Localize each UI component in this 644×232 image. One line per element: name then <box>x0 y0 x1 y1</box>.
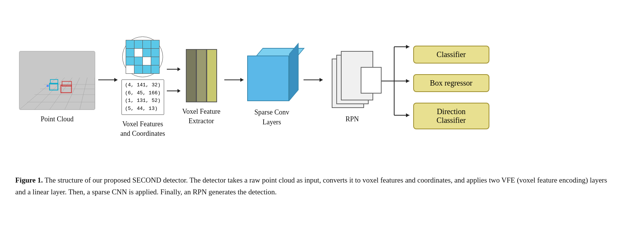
output-section: Classifier Box regressor DirectionClassi… <box>379 28 489 148</box>
vfe-component: Voxel Feature Extractor <box>182 49 220 126</box>
vfe-stack <box>186 49 217 102</box>
voxel-features-component: (4, 141, 32) (6, 45, 166) (1, 131, 52) (… <box>120 37 165 139</box>
coord-2: (6, 45, 166) <box>125 89 161 97</box>
rpn-component: RPN <box>329 51 375 124</box>
voxel-container: (4, 141, 32) (6, 45, 166) (1, 131, 52) (… <box>121 37 164 115</box>
caption-bold: Figure 1. <box>15 176 43 184</box>
svg-marker-22 <box>406 79 409 83</box>
output-direction-classifier: DirectionClassifier <box>413 103 489 129</box>
svg-marker-24 <box>406 113 409 117</box>
vfe-bar-2 <box>196 49 207 102</box>
rpn-page-1 <box>341 51 373 100</box>
vfe-bar-1 <box>186 49 197 102</box>
rpn-label: RPN <box>345 114 359 124</box>
sparse-conv-component: Sparse Conv Layers <box>247 48 297 127</box>
point-cloud-label: Point Cloud <box>41 114 74 124</box>
vfe-bar-3 <box>206 49 217 102</box>
arrow-3 <box>224 79 243 80</box>
branch-arrows-svg <box>379 28 409 134</box>
svg-marker-20 <box>406 45 409 49</box>
voxel-grid-table <box>126 40 160 74</box>
sparse-cube <box>247 48 297 103</box>
arrow-1 <box>98 79 117 80</box>
svg-point-16 <box>46 85 49 87</box>
coord-4: (5, 44, 13) <box>125 105 161 113</box>
caption-text: The structure of our proposed SECOND det… <box>15 176 607 196</box>
diagram-area: Point Cloud <box>11 8 633 167</box>
figure-caption: Figure 1. The structure of our proposed … <box>11 174 621 198</box>
vfe-label: Voxel Feature Extractor <box>182 107 220 126</box>
arrow-2a <box>167 69 180 70</box>
output-box-regressor: Box regressor <box>413 74 489 92</box>
double-arrow <box>167 69 180 91</box>
output-boxes: Classifier Box regressor DirectionClassi… <box>413 46 489 129</box>
arrow-line-4 <box>304 79 323 80</box>
rpn-inner-box <box>361 67 382 94</box>
arrow-line-3 <box>224 79 243 80</box>
arrow-line-1 <box>98 79 117 80</box>
coord-3: (1, 131, 52) <box>125 97 161 105</box>
output-classifier: Classifier <box>413 46 489 64</box>
svg-rect-0 <box>19 51 95 110</box>
voxel-grid <box>122 37 163 77</box>
coordinates-box: (4, 141, 32) (6, 45, 166) (1, 131, 52) (… <box>121 79 164 115</box>
point-cloud-image <box>19 51 95 110</box>
voxel-features-label: Voxel Features and Coordinates <box>120 119 165 138</box>
sparse-conv-label: Sparse Conv Layers <box>254 108 289 127</box>
point-cloud-component: Point Cloud <box>19 51 95 124</box>
arrow-4 <box>304 79 323 80</box>
arrow-2b <box>167 91 180 91</box>
rpn-stack <box>329 51 375 110</box>
coord-1: (4, 141, 32) <box>125 81 161 89</box>
cube-front <box>247 56 289 101</box>
